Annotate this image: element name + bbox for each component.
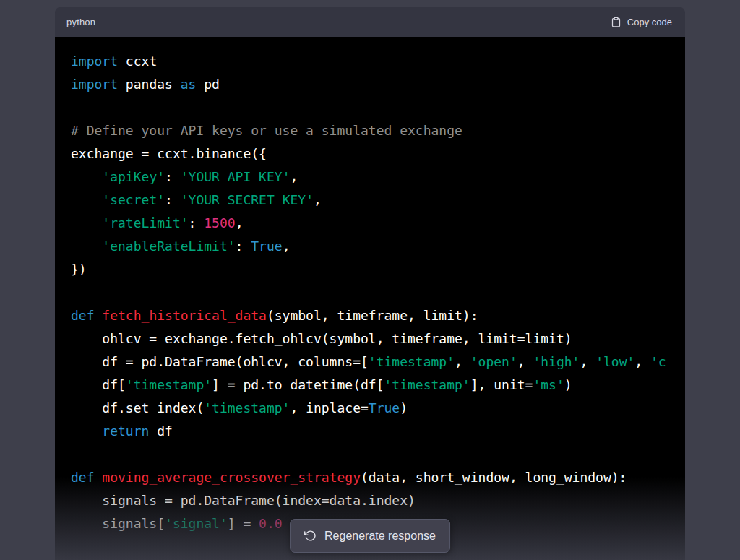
code-token-comment: # Define your API keys or use a simulate… (71, 123, 462, 138)
code-token-string: 'enableRateLimit' (102, 238, 235, 254)
code-token-plain: : (165, 169, 181, 184)
code-token-plain: , (517, 354, 533, 369)
code-token-plain: , (455, 354, 470, 369)
code-token-string: 'rateLimit' (102, 215, 188, 231)
code-token-plain: , (236, 215, 244, 231)
code-line: }) (71, 258, 685, 281)
code-line: df.set_index('timestamp', inplace=True) (71, 397, 685, 420)
copy-code-label: Copy code (627, 17, 672, 27)
code-line: signals = pd.DataFrame(index=data.index) (71, 489, 685, 512)
code-token-plain (95, 308, 103, 323)
clipboard-icon (611, 17, 621, 27)
code-token-plain: df[ (71, 377, 126, 392)
code-token-plain: : (236, 238, 251, 254)
code-token-string: 'high' (533, 354, 580, 369)
code-line: 'rateLimit': 1500, (71, 212, 685, 235)
code-token-keyword: import (71, 77, 118, 92)
code-line: ohlcv = exchange.fetch_ohlcv(symbol, tim… (71, 327, 685, 350)
code-line: import pandas as pd (71, 73, 685, 96)
code-token-function: fetch_historical_data (102, 308, 267, 323)
code-token-keyword: return (102, 423, 149, 439)
code-token-plain: pandas (118, 77, 181, 92)
code-token-string: 'timestamp' (384, 377, 470, 392)
code-token-plain: , (634, 354, 650, 369)
code-token-plain (95, 470, 103, 485)
code-token-plain: , (290, 169, 298, 184)
code-line: 'enableRateLimit': True, (71, 235, 685, 258)
code-content: import ccxtimport pandas as pd # Define … (55, 37, 685, 560)
code-token-keyword: as (181, 77, 197, 92)
code-token-plain: ], unit= (470, 377, 533, 392)
code-token-plain: : (165, 192, 181, 207)
code-token-plain: pd (196, 77, 220, 92)
code-token-string: 'YOUR_API_KEY' (181, 169, 291, 184)
code-token-plain: signals[ (71, 516, 165, 531)
code-token-string: 'ms' (533, 377, 564, 392)
code-token-plain: df (149, 423, 173, 439)
code-token-string: 'signal' (165, 516, 228, 531)
code-token-string: 'apiKey' (102, 169, 165, 184)
code-token-plain: signals = pd.DataFrame(index=data.index) (71, 493, 416, 508)
code-token-keyword: True (369, 400, 400, 415)
code-token-string: 'YOUR_SECRET_KEY' (181, 192, 314, 207)
code-token-string: 'timestamp' (369, 354, 455, 369)
code-token-string: 'timestamp' (204, 400, 290, 415)
code-line (71, 443, 685, 466)
code-token-plain: , (283, 238, 291, 254)
code-token-plain: ] = (228, 516, 259, 531)
code-token-plain: df.set_index( (71, 400, 204, 415)
code-token-keyword: import (71, 53, 118, 69)
code-token-plain (71, 169, 102, 184)
code-token-plain: ] = pd.to_datetime(df[ (212, 377, 384, 392)
code-line: df['timestamp'] = pd.to_datetime(df['tim… (71, 374, 685, 397)
code-token-plain: (symbol, timeframe, limit): (267, 308, 478, 323)
copy-code-button[interactable]: Copy code (609, 14, 674, 30)
code-token-keyword: def (71, 470, 95, 485)
code-token-plain: exchange = ccxt.binance({ (71, 146, 267, 161)
code-token-plain: : (189, 215, 205, 231)
code-token-plain (71, 215, 102, 231)
code-block: python Copy code import ccxtimport panda… (55, 7, 685, 560)
code-token-plain: ) (400, 400, 408, 415)
code-language-label: python (66, 17, 95, 27)
code-token-plain: (data, short_window, long_window): (361, 470, 627, 485)
code-block-header: python Copy code (55, 7, 685, 37)
code-token-plain: , (580, 354, 595, 369)
code-token-string: 'c (650, 354, 666, 369)
code-token-string: 'timestamp' (126, 377, 212, 392)
code-token-string: 'low' (595, 354, 634, 369)
code-token-plain: }) (71, 262, 87, 277)
code-token-plain (71, 192, 102, 207)
code-line: exchange = ccxt.binance({ (71, 142, 685, 165)
code-token-string: 'open' (470, 354, 517, 369)
code-token-keyword: def (71, 308, 95, 323)
code-token-plain: , inplace= (290, 400, 368, 415)
code-line: def moving_average_crossover_strategy(da… (71, 466, 685, 489)
code-token-keyword: True (251, 238, 282, 254)
code-token-plain: , (314, 192, 322, 207)
code-token-string: 'secret' (102, 192, 165, 207)
code-token-plain: ccxt (118, 53, 157, 69)
code-token-function: moving_average_crossover_strategy (102, 470, 361, 485)
code-line: return df (71, 420, 685, 443)
code-line: 'secret': 'YOUR_SECRET_KEY', (71, 189, 685, 212)
code-line (71, 96, 685, 119)
code-token-plain (71, 238, 102, 254)
code-token-plain: df = pd.DataFrame(ohlcv, columns=[ (71, 354, 369, 369)
code-line: def fetch_historical_data(symbol, timefr… (71, 304, 685, 327)
regenerate-label: Regenerate response (324, 530, 436, 543)
code-line (71, 281, 685, 304)
code-token-plain: ) (564, 377, 572, 392)
code-line: # Define your API keys or use a simulate… (71, 119, 685, 142)
code-token-number: 1500 (204, 215, 235, 231)
regenerate-response-button[interactable]: Regenerate response (290, 519, 450, 553)
code-token-plain (71, 423, 102, 439)
code-line: import ccxt (71, 50, 685, 73)
code-token-number: 0.0 (259, 516, 283, 531)
regenerate-refresh-icon (304, 530, 317, 542)
code-line: 'apiKey': 'YOUR_API_KEY', (71, 165, 685, 189)
code-line: df = pd.DataFrame(ohlcv, columns=['times… (71, 350, 685, 374)
code-token-plain: ohlcv = exchange.fetch_ohlcv(symbol, tim… (71, 331, 572, 346)
